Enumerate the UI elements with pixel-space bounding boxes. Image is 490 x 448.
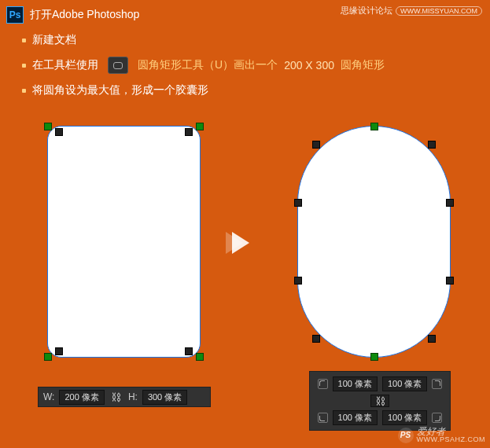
corner-br-icon[interactable]: [432, 413, 442, 423]
handle-anchor: [294, 199, 302, 207]
dimensions-panel: W: 200 像素 ⛓ H: 300 像素: [38, 387, 211, 407]
width-label: W:: [43, 391, 54, 402]
height-label: H:: [128, 391, 138, 402]
corner-tr-icon[interactable]: [432, 379, 442, 389]
rounded-rectangle-shape: [47, 126, 201, 358]
handle-anchor: [294, 277, 302, 285]
handle-radius: [185, 347, 193, 355]
radius-tr-input[interactable]: 100 像素: [382, 376, 427, 391]
step-2: 在工具栏使用 圆角矩形工具（U）画出一个 200 X 300 圆角矩形: [0, 52, 490, 79]
step-2-text-a: 在工具栏使用: [32, 58, 98, 72]
link-icon[interactable]: ⛓: [370, 395, 389, 407]
width-input[interactable]: 200 像素: [59, 390, 104, 405]
radius-bl-input[interactable]: 100 像素: [333, 410, 378, 425]
handle-anchor: [428, 335, 436, 343]
handle-anchor: [446, 277, 454, 285]
step-2-text-d: 圆角矩形: [341, 58, 385, 72]
corner-bl-icon[interactable]: [318, 413, 328, 423]
header-title: 打开Adobe Photoshop: [30, 8, 139, 22]
handle-radius: [185, 128, 193, 136]
step-2-text-b: 圆角矩形工具（U）画出一个: [138, 58, 278, 72]
step-1-text: 新建文档: [32, 33, 76, 47]
capsule-shape: [297, 126, 451, 358]
bullet-icon: [22, 64, 26, 68]
handle-anchor: [428, 141, 436, 149]
handle-corner: [44, 353, 52, 361]
handle-radius: [55, 347, 63, 355]
corner-radius-panel: 100 像素 100 像素 ⛓ 100 像素 100 像素: [309, 371, 451, 431]
bullet-icon: [22, 39, 26, 42]
watermark-bottom: PS 爱好者 WWW.PSAHZ.COM: [398, 427, 486, 443]
ps-logo-icon: PS: [398, 428, 414, 443]
step-3-text: 将圆角设为最大值，形成一个胶囊形: [32, 83, 208, 97]
rounded-rectangle-tool-icon: [108, 57, 128, 74]
step-2-text-c: 200 X 300: [284, 59, 334, 72]
height-input[interactable]: 300 像素: [142, 390, 187, 405]
step-3: 将圆角设为最大值，形成一个胶囊形: [0, 79, 490, 102]
handle-anchor: [312, 141, 320, 149]
corner-tl-icon[interactable]: [318, 379, 328, 389]
handle-corner: [370, 123, 378, 130]
bullet-icon: [22, 89, 26, 93]
link-icon[interactable]: ⛓: [109, 391, 123, 403]
handle-corner: [370, 353, 378, 361]
photoshop-icon: Ps: [6, 6, 24, 24]
handle-anchor: [446, 199, 454, 207]
watermark-top: 思缘设计论坛 WWW.MISSYUAN.COM: [341, 5, 482, 17]
watermark-br-url: WWW.PSAHZ.COM: [417, 436, 486, 443]
radius-br-input[interactable]: 100 像素: [382, 410, 427, 425]
handle-radius: [55, 128, 63, 136]
arrow-right-icon: [232, 232, 249, 254]
handle-corner: [196, 123, 204, 130]
handle-anchor: [312, 335, 320, 343]
step-1: 新建文档: [0, 28, 490, 52]
watermark-top-url: WWW.MISSYUAN.COM: [396, 6, 482, 16]
handle-corner: [44, 123, 52, 130]
handle-corner: [196, 353, 204, 361]
watermark-top-text: 思缘设计论坛: [341, 5, 392, 17]
radius-tl-input[interactable]: 100 像素: [333, 376, 378, 391]
